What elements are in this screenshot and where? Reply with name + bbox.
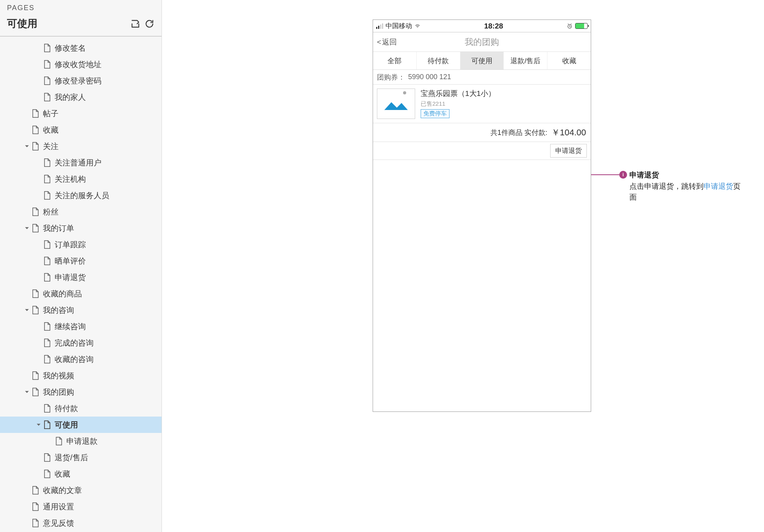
sidebar-item-label: 我的订单 — [43, 223, 74, 234]
tree-arrow-icon[interactable] — [35, 159, 42, 166]
tab[interactable]: 全部 — [373, 52, 417, 69]
tree-arrow-icon[interactable] — [35, 77, 42, 84]
order-tabs: 全部待付款可使用退款/售后收藏 — [373, 52, 591, 70]
tree-arrow-icon[interactable] — [23, 143, 30, 150]
sidebar-item[interactable]: 我的咨询 — [0, 302, 162, 318]
tree-arrow-icon[interactable] — [23, 110, 30, 117]
share-icon[interactable] — [130, 19, 140, 29]
sidebar-item[interactable]: 收藏的文章 — [0, 482, 162, 498]
tree-arrow-icon[interactable] — [23, 520, 30, 527]
sidebar-item-label: 申请退款 — [66, 436, 98, 447]
sidebar-item-label: 我的团购 — [43, 387, 74, 397]
sidebar-item[interactable]: 我的视频 — [0, 367, 162, 384]
tree-arrow-icon[interactable] — [23, 372, 30, 379]
tab[interactable]: 可使用 — [460, 52, 504, 69]
product-row[interactable]: 宝燕乐园票（1大1小） 已售2211 免费停车 — [373, 85, 591, 123]
tree-arrow-icon[interactable] — [23, 126, 30, 133]
sidebar-item-label: 关注的服务人员 — [55, 190, 109, 201]
sidebar-item[interactable]: 我的订单 — [0, 220, 162, 236]
sidebar-item[interactable]: 修改签名 — [0, 40, 162, 56]
sidebar-item[interactable]: 继续咨询 — [0, 318, 162, 335]
tab[interactable]: 待付款 — [417, 52, 460, 69]
sidebar-item[interactable]: 可使用 — [0, 417, 162, 433]
sidebar-item-label: 修改登录密码 — [55, 76, 101, 86]
tree-arrow-icon[interactable] — [23, 487, 30, 494]
annotation-link[interactable]: 申请退货 — [704, 182, 733, 190]
sidebar-item[interactable]: 收藏的咨询 — [0, 351, 162, 367]
tree-arrow-icon[interactable] — [35, 94, 42, 101]
sidebar-item-label: 修改签名 — [55, 43, 86, 53]
sidebar-item[interactable]: 完成的咨询 — [0, 335, 162, 351]
sidebar-item-label: 晒单评价 — [55, 256, 86, 266]
tab[interactable]: 退款/售后 — [504, 52, 547, 69]
tree-arrow-icon[interactable] — [35, 421, 42, 428]
annotation-line — [591, 174, 619, 175]
tree-arrow-icon[interactable] — [23, 388, 30, 395]
sidebar-item-label: 收藏的文章 — [43, 485, 82, 496]
tree-arrow-icon[interactable] — [35, 274, 42, 281]
annotation-before: 点击申请退货，跳转到 — [629, 182, 704, 190]
sidebar-item[interactable]: 帖子 — [0, 105, 162, 122]
tree-arrow-icon[interactable] — [35, 454, 42, 461]
sidebar-item[interactable]: 关注的服务人员 — [0, 187, 162, 204]
annotation-body: 点击申请退货，跳转到申请退货页面 — [629, 181, 746, 203]
sidebar-item-label: 继续咨询 — [55, 321, 86, 332]
tree-arrow-icon[interactable] — [35, 61, 42, 68]
refund-button[interactable]: 申请退货 — [550, 144, 587, 158]
tree-arrow-icon[interactable] — [23, 503, 30, 510]
sidebar-item[interactable]: 关注 — [0, 138, 162, 154]
coupon-row: 团购券： 5990 000 121 — [373, 70, 591, 85]
sidebar-item-label: 关注普通用户 — [55, 158, 101, 168]
sidebar-item[interactable]: 我的团购 — [0, 384, 162, 400]
tree-arrow-icon[interactable] — [35, 356, 42, 363]
sidebar-item-label: 我的咨询 — [43, 305, 74, 316]
tree-arrow-icon[interactable] — [35, 241, 42, 248]
sidebar-item[interactable]: 退货/售后 — [0, 449, 162, 466]
sidebar-item[interactable]: 收藏 — [0, 122, 162, 138]
tree-arrow-icon[interactable] — [23, 290, 30, 297]
summary-row: 共1件商品 实付款: ￥104.00 — [373, 123, 591, 142]
refresh-icon[interactable] — [144, 19, 155, 29]
sidebar-item[interactable]: 待付款 — [0, 400, 162, 417]
sidebar-item[interactable]: 晒单评价 — [0, 253, 162, 269]
sidebar-item[interactable]: 修改登录密码 — [0, 73, 162, 89]
tree-arrow-icon[interactable] — [35, 470, 42, 477]
tree-arrow-icon[interactable] — [35, 257, 42, 264]
status-right — [567, 23, 588, 29]
annotation-marker-icon[interactable]: i — [619, 171, 627, 179]
sidebar-item[interactable]: 订单跟踪 — [0, 236, 162, 253]
tree-arrow-icon[interactable] — [35, 176, 42, 183]
sidebar-item[interactable]: 我的家人 — [0, 89, 162, 105]
sidebar-item[interactable]: 申请退款 — [0, 433, 162, 449]
sidebar-item[interactable]: 意见反馈 — [0, 515, 162, 531]
tree-arrow-icon[interactable] — [35, 192, 42, 199]
status-left: 中国移动 — [376, 21, 421, 30]
sidebar-item[interactable]: 通用设置 — [0, 498, 162, 515]
product-image-placeholder — [377, 89, 415, 119]
page-tree[interactable]: 修改签名修改收货地址修改登录密码我的家人帖子收藏关注关注普通用户关注机构关注的服… — [0, 37, 162, 532]
carrier-label: 中国移动 — [386, 21, 412, 30]
sidebar-item[interactable]: 收藏 — [0, 466, 162, 482]
tree-arrow-icon[interactable] — [35, 44, 42, 51]
chevron-left-icon: < — [377, 38, 381, 46]
tree-arrow-icon[interactable] — [35, 323, 42, 330]
sidebar-item[interactable]: 关注普通用户 — [0, 154, 162, 171]
tree-arrow-icon[interactable] — [23, 208, 30, 215]
tab[interactable]: 收藏 — [547, 52, 591, 69]
tree-arrow-icon[interactable] — [47, 438, 54, 445]
sidebar-item[interactable]: 申请退货 — [0, 269, 162, 286]
sidebar-item[interactable]: 收藏的商品 — [0, 286, 162, 302]
canvas: 中国移动 18:28 < 返回 我的团购 全部待付款可使用退款/售后收藏 团购券… — [162, 0, 764, 532]
tree-arrow-icon[interactable] — [23, 307, 30, 314]
tree-arrow-icon[interactable] — [23, 225, 30, 232]
tree-arrow-icon[interactable] — [35, 405, 42, 412]
sidebar-item[interactable]: 修改收货地址 — [0, 56, 162, 73]
tree-arrow-icon[interactable] — [35, 339, 42, 346]
sidebar-item[interactable]: 关注机构 — [0, 171, 162, 187]
product-sold: 已售2211 — [421, 100, 587, 108]
product-info: 宝燕乐园票（1大1小） 已售2211 免费停车 — [421, 89, 587, 119]
coupon-label: 团购券： — [377, 73, 405, 82]
sidebar-item[interactable]: 粉丝 — [0, 204, 162, 220]
battery-icon — [575, 23, 588, 29]
back-button[interactable]: < 返回 — [377, 37, 397, 47]
